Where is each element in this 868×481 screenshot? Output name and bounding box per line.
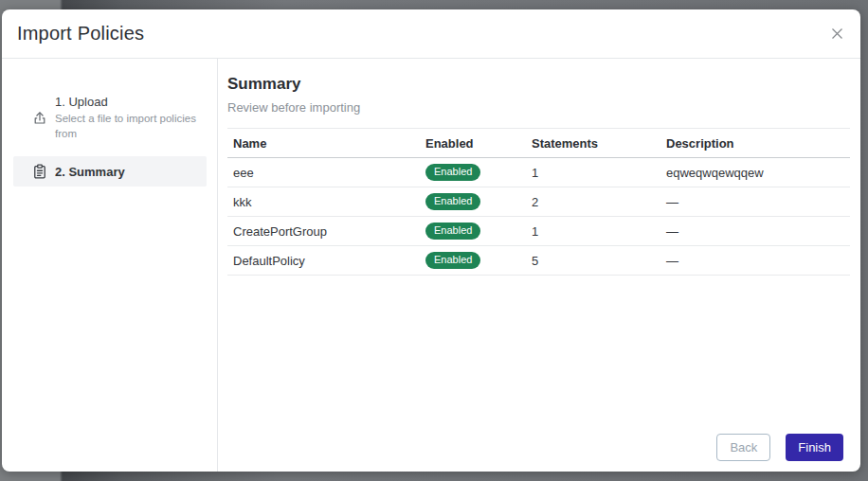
step-upload-description: Select a file to import policies from (55, 111, 199, 141)
cell-name: kkk (227, 187, 420, 217)
status-badge: Enabled (425, 164, 480, 181)
cell-statements: 1 (526, 158, 660, 187)
cell-description: — (660, 217, 850, 246)
close-button[interactable] (826, 24, 847, 45)
column-header-statements: Statements (526, 129, 660, 158)
step-upload-text: 1. Upload Select a file to import polici… (55, 95, 199, 141)
column-header-enabled: Enabled (420, 129, 526, 158)
cell-name: CreatePortGroup (227, 217, 420, 246)
status-badge: Enabled (425, 193, 480, 210)
dialog-body: 1. Upload Select a file to import polici… (2, 59, 860, 472)
cell-name: eee (227, 158, 420, 187)
summary-panel: Summary Review before importing Name Ena… (218, 59, 860, 472)
status-badge: Enabled (425, 252, 480, 269)
summary-heading: Summary (227, 75, 850, 94)
cell-statements: 1 (526, 217, 660, 246)
table-row: CreatePortGroup Enabled 1 — (227, 217, 850, 246)
import-policies-dialog: Import Policies 1. Upload Select a fil (2, 9, 860, 472)
page-backdrop: { "modal": { "title": "Import Policies",… (0, 0, 868, 481)
step-upload-label: 1. Upload (55, 95, 199, 109)
step-summary[interactable]: 2. Summary (13, 156, 207, 187)
clipboard-icon (33, 164, 46, 179)
step-upload[interactable]: 1. Upload Select a file to import polici… (13, 89, 207, 147)
dialog-title: Import Policies (17, 23, 144, 45)
cell-description: — (660, 246, 850, 276)
step-summary-label: 2. Summary (55, 165, 125, 179)
upload-icon (33, 111, 46, 125)
cell-statements: 5 (526, 246, 660, 276)
column-header-description: Description (660, 129, 850, 158)
back-button[interactable]: Back (716, 434, 770, 461)
cell-name: DefaultPolicy (227, 246, 420, 276)
finish-button[interactable]: Finish (786, 434, 843, 461)
table-row: eee Enabled 1 eqweqwqewqqew (227, 158, 850, 187)
table-row: DefaultPolicy Enabled 5 — (227, 246, 850, 276)
dialog-footer: Back Finish (716, 434, 843, 461)
wizard-steps-sidebar: 1. Upload Select a file to import polici… (2, 59, 218, 472)
step-summary-text: 2. Summary (55, 165, 125, 179)
summary-subheading: Review before importing (227, 100, 850, 115)
table-header-row: Name Enabled Statements Description (227, 129, 850, 158)
cell-description: eqweqwqewqqew (660, 158, 850, 187)
status-badge: Enabled (425, 223, 480, 240)
close-icon (831, 27, 843, 40)
cell-statements: 2 (526, 187, 660, 217)
policies-table: Name Enabled Statements Description eee … (227, 128, 850, 276)
cell-description: — (660, 187, 850, 217)
table-row: kkk Enabled 2 — (227, 187, 850, 217)
column-header-name: Name (227, 129, 420, 158)
dialog-header: Import Policies (2, 9, 860, 59)
